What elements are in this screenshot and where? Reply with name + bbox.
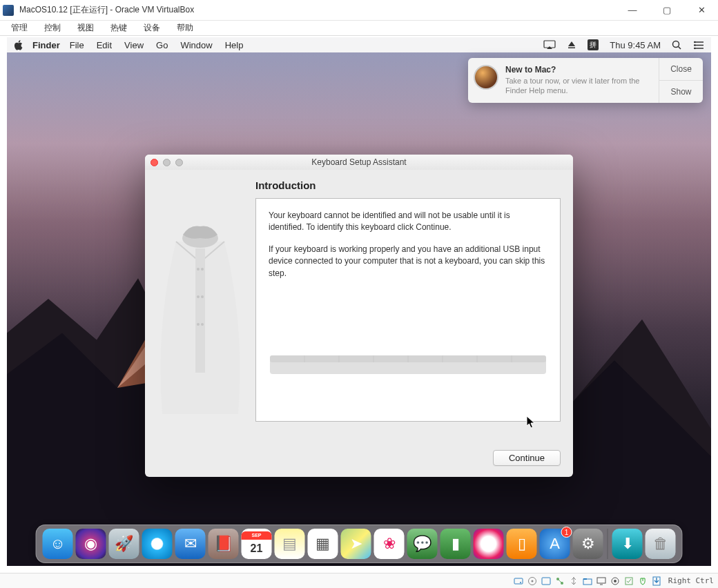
dock-preferences[interactable]: ⚙ [573,529,603,559]
dock-ibooks[interactable]: ▯ [507,529,537,559]
svg-point-28 [520,582,521,583]
dock-launchpad[interactable]: 🚀 [109,529,139,559]
dialog-sidebar-image [145,179,255,442]
svg-point-13 [201,268,204,271]
dock-maps[interactable]: ➤ [341,529,371,559]
status-audio-icon[interactable] [541,576,551,586]
status-display-icon[interactable] [596,576,606,586]
status-harddisk-icon[interactable] [514,576,523,586]
notification-app-icon [474,65,498,90]
svg-rect-1 [568,48,575,49]
dialog-paragraph-2: If your keyboard is working properly and… [269,244,547,280]
svg-rect-10 [195,248,205,373]
continue-button[interactable]: Continue [493,450,561,466]
status-network-icon[interactable] [555,576,565,586]
maximize-button[interactable]: ▢ [657,5,677,15]
svg-point-40 [614,580,617,582]
dock-messages[interactable]: 💬 [407,529,438,559]
notification-title: New to Mac? [505,65,653,75]
menu-manage[interactable]: 管理 [4,21,35,35]
dock-reminders[interactable]: ▦ [308,529,338,559]
status-shared-folders-icon[interactable] [583,576,592,586]
menu-file[interactable]: File [70,40,84,50]
menu-control[interactable]: 控制 [37,21,68,35]
menu-window[interactable]: Window [180,40,212,50]
airplay-icon[interactable] [543,40,556,50]
notification-show-button[interactable]: Show [659,80,703,103]
guest-viewport: Finder File Edit View Go Window Help 拼 T… [7,37,711,566]
menu-view[interactable]: 视图 [70,21,101,35]
svg-point-17 [201,323,204,326]
dock-downloads[interactable]: ⬇ [612,529,643,559]
notification-subtitle: Take a tour now, or view it later from t… [505,76,653,96]
notification-center-icon[interactable] [693,41,704,50]
dock-contacts[interactable]: 📕 [208,529,239,559]
menu-help-mac[interactable]: Help [225,40,244,50]
dialog-paragraph-1: Your keyboard cannot be identified and w… [269,210,547,234]
dock-finder[interactable]: ☺ [43,529,73,559]
dock-notes[interactable]: ▤ [275,529,305,559]
svg-point-12 [197,268,200,271]
menu-devices[interactable]: 设备 [137,21,167,35]
macos-menubar: Finder File Edit View Go Window Help 拼 T… [7,37,711,52]
svg-point-30 [531,580,533,582]
notification-close-button[interactable]: Close [659,58,703,80]
status-keyboard-icon[interactable] [652,576,661,586]
macos-desktop[interactable]: Finder File Edit View Go Window Help 拼 T… [7,37,711,566]
menu-help[interactable]: 帮助 [170,21,200,35]
menu-go[interactable]: Go [156,40,168,50]
virtualbox-titlebar: MacOS10.12 [正在运行] - Oracle VM VirtualBox… [0,0,718,21]
dialog-title: Keyboard Setup Assistant [311,157,406,167]
appstore-badge: 1 [561,527,572,538]
traffic-zoom-icon [175,159,183,166]
minimize-button[interactable]: — [623,5,642,15]
svg-rect-27 [514,578,523,584]
svg-point-16 [197,323,200,326]
dialog-titlebar[interactable]: Keyboard Setup Assistant [145,155,573,170]
keyboard-illustration-icon [256,345,560,380]
status-usb-icon[interactable] [569,576,579,586]
svg-rect-31 [542,578,550,585]
virtualbox-menubar: 管理 控制 视图 热键 设备 帮助 [0,21,718,36]
dock-facetime[interactable]: ▮ [440,529,471,559]
virtualbox-icon [3,5,14,16]
keyboard-setup-dialog: Keyboard Setup Assistant [145,155,573,477]
app-name[interactable]: Finder [32,40,60,50]
clock[interactable]: Thu 9:45 AM [610,40,661,50]
menu-edit[interactable]: Edit [97,40,112,50]
svg-point-15 [201,295,204,298]
dock-photos[interactable]: ❀ [374,529,405,559]
status-features-icon[interactable] [624,576,634,586]
status-mouse-integration-icon[interactable] [638,576,648,586]
svg-line-34 [559,580,561,582]
virtualbox-statusbar: Right Ctrl [0,573,718,588]
dock-appstore[interactable]: A1 [540,529,570,559]
dock-calendar[interactable]: SEP21 [242,529,272,559]
svg-point-2 [673,41,679,47]
spotlight-icon[interactable] [672,40,682,50]
dock: ☺◉🚀✦✉📕SEP21▤▦➤❀💬▮♫▯A1⚙⬇🗑 [36,525,683,563]
svg-line-3 [679,46,681,49]
svg-point-8 [694,44,695,46]
status-recording-icon[interactable] [610,576,620,586]
svg-rect-37 [597,578,605,583]
menu-hotkeys[interactable]: 热键 [104,21,134,35]
cursor-icon [526,415,536,429]
status-optical-icon[interactable] [527,576,537,586]
eject-icon[interactable] [567,40,576,50]
menu-view-mac[interactable]: View [124,40,144,50]
svg-point-14 [197,295,200,298]
apple-menu-icon[interactable] [14,40,23,50]
hostkey-label: Right Ctrl [668,576,714,585]
dock-mail[interactable]: ✉ [175,529,206,559]
dock-trash[interactable]: 🗑 [646,529,676,559]
input-method-icon[interactable]: 拼 [588,39,599,50]
traffic-close-icon[interactable] [151,159,158,166]
svg-point-7 [694,41,695,42]
dock-safari[interactable]: ✦ [142,529,173,559]
dock-separator [608,529,608,559]
dock-siri[interactable]: ◉ [76,529,106,559]
svg-rect-35 [583,579,592,585]
close-button[interactable]: ✕ [692,5,711,15]
dock-itunes[interactable]: ♫ [474,529,504,559]
